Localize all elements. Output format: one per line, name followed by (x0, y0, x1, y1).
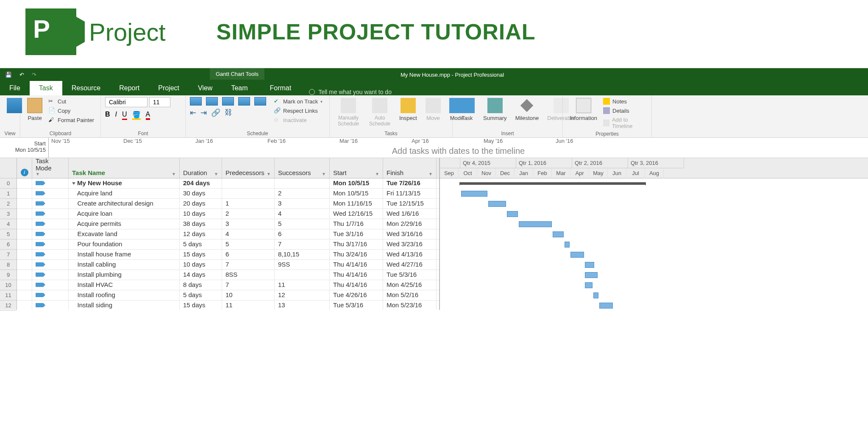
tab-report[interactable]: Report (110, 81, 149, 95)
progress-75-button[interactable] (238, 97, 250, 106)
gantt-task-bar[interactable] (599, 303, 613, 309)
gantt-row[interactable] (440, 239, 868, 250)
gantt-summary-bar[interactable] (459, 182, 646, 185)
progress-100-button[interactable] (254, 97, 266, 106)
column-start[interactable]: Start▼ (330, 158, 383, 178)
tab-file[interactable]: File (0, 81, 30, 95)
gantt-task-bar[interactable] (565, 242, 570, 248)
timeline-area[interactable]: Nov '15Dec '15Jan '16Feb '16Mar '16Apr '… (49, 138, 868, 158)
unlink-button[interactable]: ⛓ (225, 108, 232, 117)
row-header[interactable]: 10 (0, 280, 17, 290)
gantt-task-bar[interactable] (585, 282, 593, 288)
row-header[interactable]: 4 (0, 219, 17, 229)
save-icon[interactable]: 💾 (5, 72, 12, 78)
table-row[interactable]: Install HVAC8 days711Thu 4/14/16Mon 4/25… (17, 280, 439, 290)
tab-view[interactable]: View (189, 81, 222, 95)
tab-format[interactable]: Format (261, 81, 301, 95)
insert-milestone-button[interactable]: Milestone (513, 97, 542, 122)
gantt-row[interactable] (440, 229, 868, 239)
row-header[interactable]: 5 (0, 229, 17, 239)
gantt-task-bar[interactable] (507, 211, 518, 217)
indent-button[interactable]: ⇥ (200, 108, 207, 117)
collapse-icon[interactable] (72, 182, 75, 185)
tab-team[interactable]: Team (222, 81, 257, 95)
format-painter-button[interactable]: 🖌Format Painter (48, 116, 94, 124)
inspect-button[interactable]: Inspect (397, 97, 420, 122)
outdent-button[interactable]: ⇤ (190, 108, 196, 117)
column-successors[interactable]: Successors▼ (275, 158, 330, 178)
bold-button[interactable]: B (105, 111, 110, 120)
progress-0-button[interactable] (190, 97, 202, 106)
column-finish[interactable]: Finish▼ (383, 158, 437, 178)
gantt-row[interactable] (440, 219, 868, 229)
gantt-task-bar[interactable] (585, 262, 594, 268)
gantt-row[interactable] (440, 290, 868, 300)
tab-resource[interactable]: Resource (62, 81, 110, 95)
mark-on-track-button[interactable]: ✔Mark on Track ▾ (274, 97, 323, 106)
column-info[interactable]: i (17, 158, 32, 178)
add-to-timeline-button[interactable]: Add to Timeline (603, 116, 647, 130)
gantt-row[interactable] (440, 250, 868, 260)
auto-schedule-button[interactable]: Auto Schedule (366, 97, 393, 128)
fill-color-button[interactable]: 🪣 (132, 111, 141, 120)
row-header[interactable]: 9 (0, 270, 17, 280)
table-row[interactable]: Install cabling10 days79SSThu 4/14/16Wed… (17, 260, 439, 270)
gantt-row[interactable] (440, 189, 868, 199)
gantt-row[interactable] (440, 178, 868, 189)
row-header[interactable]: 1 (0, 189, 17, 199)
row-header[interactable]: 12 (0, 300, 17, 311)
table-row[interactable]: Install roofing5 days1012Tue 4/26/16Mon … (17, 290, 439, 300)
font-name-combo[interactable]: Calibri (105, 97, 147, 107)
column-predecessors[interactable]: Predecessors▼ (222, 158, 275, 178)
gantt-task-bar[interactable] (570, 252, 584, 258)
tell-me-search[interactable]: Tell me what you want to do (300, 89, 392, 95)
gantt-task-bar[interactable] (553, 231, 564, 237)
column-duration[interactable]: Duration▼ (180, 158, 222, 178)
information-button[interactable]: Information (567, 97, 600, 122)
gantt-task-bar[interactable] (585, 272, 598, 278)
copy-button[interactable]: 📄Copy (48, 106, 94, 115)
gantt-row[interactable] (440, 209, 868, 219)
gantt-row[interactable] (440, 300, 868, 311)
cut-button[interactable]: ✂Cut (48, 97, 94, 106)
column-task-mode[interactable]: Task Mode▼ (32, 158, 69, 178)
table-row[interactable]: Create architectural design20 days13Mon … (17, 199, 439, 209)
row-header[interactable]: 6 (0, 239, 17, 250)
table-row[interactable]: Install plumbing14 days8SSThu 4/14/16Tue… (17, 270, 439, 280)
tab-project[interactable]: Project (149, 81, 189, 95)
underline-button[interactable]: U (122, 111, 127, 120)
gantt-task-bar[interactable] (488, 201, 506, 207)
row-header[interactable]: 2 (0, 199, 17, 209)
row-header[interactable]: 3 (0, 209, 17, 219)
insert-summary-button[interactable]: Summary (481, 97, 509, 122)
font-color-button[interactable]: A (146, 111, 150, 120)
gantt-row[interactable] (440, 280, 868, 290)
column-task-name[interactable]: Task Name▼ (69, 158, 180, 178)
gantt-task-bar[interactable] (461, 191, 487, 197)
undo-icon[interactable]: ↶ (19, 72, 24, 78)
manually-schedule-button[interactable]: Manually Schedule (334, 97, 363, 128)
progress-50-button[interactable] (222, 97, 234, 106)
gantt-task-bar[interactable] (593, 292, 598, 298)
redo-icon[interactable]: ↷ (32, 72, 36, 78)
row-header[interactable]: 8 (0, 260, 17, 270)
gantt-row[interactable] (440, 270, 868, 280)
table-row[interactable]: Install siding15 days1113Tue 5/3/16Mon 5… (17, 300, 439, 310)
table-row[interactable]: Install house frame15 days68,10,15Thu 3/… (17, 250, 439, 260)
italic-button[interactable]: I (115, 111, 117, 120)
progress-25-button[interactable] (206, 97, 218, 106)
tab-task[interactable]: Task (30, 81, 62, 95)
table-row[interactable]: Acquire loan10 days24Wed 12/16/15Wed 1/6… (17, 209, 439, 219)
insert-task-button[interactable]: Task (457, 97, 477, 122)
font-size-combo[interactable]: 11 (149, 97, 170, 107)
table-row[interactable]: Pour foundation5 days57Thu 3/17/16Wed 3/… (17, 239, 439, 250)
row-header[interactable]: 7 (0, 250, 17, 260)
details-button[interactable]: Details (603, 106, 647, 115)
notes-button[interactable]: Notes (603, 97, 647, 106)
row-header[interactable]: 11 (0, 290, 17, 300)
paste-button[interactable]: Paste (25, 97, 45, 122)
respect-links-button[interactable]: 🔗Respect Links (274, 106, 323, 115)
table-row[interactable]: My New House204 daysMon 10/5/15Tue 7/26/… (17, 178, 439, 189)
gantt-row[interactable] (440, 199, 868, 209)
table-row[interactable]: Excavate land12 days46Tue 3/1/16Wed 3/16… (17, 229, 439, 239)
